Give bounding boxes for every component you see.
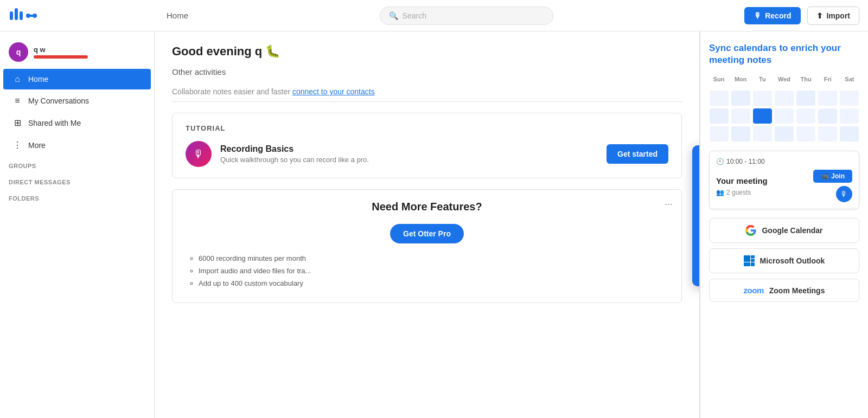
content-area-wrap: Good evening q 🐛 Other activities Collab… bbox=[155, 31, 868, 418]
get-started-button[interactable]: Get started bbox=[607, 144, 668, 164]
conversations-icon: ≡ bbox=[12, 96, 23, 106]
mic-tutorial-icon: 🎙 bbox=[193, 148, 204, 160]
cal-day-tue: Tu bbox=[752, 75, 772, 83]
clock-icon: 🕙 bbox=[716, 158, 724, 165]
collaborate-text: Collaborate notes easier and faster bbox=[172, 87, 290, 96]
cal-cell bbox=[753, 126, 772, 142]
cal-cell bbox=[818, 126, 837, 142]
features-card: ··· Need More Features? Get Otter Pro 60… bbox=[172, 189, 682, 303]
svg-rect-5 bbox=[27, 15, 37, 17]
main-layout: q q w ⌂ Home ≡ My Conversations ⊞ Shared… bbox=[0, 31, 868, 418]
cal-cell bbox=[818, 91, 837, 106]
sidebar-folders-label: FOLDERS bbox=[0, 189, 154, 205]
avatar: q bbox=[9, 42, 28, 62]
greeting: Good evening q 🐛 bbox=[172, 44, 682, 59]
shared-icon: ⊞ bbox=[12, 118, 23, 128]
search-input[interactable]: 🔍 Search bbox=[380, 7, 553, 25]
home-icon: ⌂ bbox=[12, 74, 23, 84]
activities-label: Other activities bbox=[172, 67, 682, 76]
cal-day-sat: Sat bbox=[840, 75, 859, 83]
features-list: 6000 recording minutes per month Import … bbox=[186, 254, 668, 287]
tutorial-label: TUTORIAL bbox=[186, 124, 668, 132]
tutorial-item: 🎙 Recording Basics Quick walkthrough so … bbox=[186, 141, 668, 167]
user-info: q w bbox=[34, 46, 88, 59]
cal-cell bbox=[840, 91, 859, 106]
tutorial-icon: 🎙 bbox=[186, 141, 212, 167]
meeting-name: Your meeting bbox=[716, 176, 768, 185]
cal-cell bbox=[710, 126, 729, 142]
tutorial-title: Recording Basics bbox=[220, 144, 598, 154]
import-label: Import bbox=[826, 11, 850, 20]
meeting-btns: 📹 Join 🎙 bbox=[813, 170, 852, 202]
sidebar-item-shared-with-me[interactable]: ⊞ Shared with Me bbox=[3, 112, 151, 133]
features-more-icon[interactable]: ··· bbox=[665, 198, 673, 210]
record-button[interactable]: 🎙 Record bbox=[744, 7, 801, 24]
feature-item: Import audio and video files for tra... bbox=[199, 267, 668, 275]
get-otter-pro-button[interactable]: Get Otter Pro bbox=[390, 224, 464, 243]
sidebar-item-more[interactable]: ⋮ More bbox=[3, 134, 151, 156]
upload-icon: ⬆ bbox=[816, 11, 823, 20]
cal-cell bbox=[796, 108, 815, 124]
cal-day-mon: Mon bbox=[731, 75, 750, 83]
topbar: Home 🔍 Search 🎙 Record ⬆ Import bbox=[0, 0, 868, 31]
sidebar-item-my-conversations[interactable]: ≡ My Conversations bbox=[3, 91, 151, 111]
sidebar-home-label: Home bbox=[28, 75, 48, 83]
cal-cell bbox=[796, 91, 815, 106]
home-breadcrumb: Home bbox=[167, 11, 188, 20]
meeting-guests: 👥 2 guests bbox=[716, 189, 768, 196]
user-name: q w bbox=[34, 46, 88, 54]
google-calendar-label: Google Calendar bbox=[762, 226, 822, 235]
cal-cell bbox=[731, 91, 750, 106]
mic-button[interactable]: 🎙 bbox=[836, 186, 852, 202]
collaborate-bar: Collaborate notes easier and faster conn… bbox=[172, 82, 682, 102]
cal-cell bbox=[731, 126, 750, 142]
search-icon: 🔍 bbox=[389, 11, 398, 20]
zoom-label: Zoom Meetings bbox=[769, 286, 825, 295]
meeting-card: 🕙 10:00 - 11:00 Your meeting 👥 2 guests … bbox=[709, 151, 859, 209]
cal-cell bbox=[731, 108, 750, 124]
google-icon bbox=[745, 225, 756, 236]
user-section: q q w bbox=[0, 38, 154, 68]
cal-cell bbox=[775, 91, 794, 106]
zoom-button[interactable]: zoom Zoom Meetings bbox=[709, 279, 859, 302]
svg-rect-6 bbox=[744, 255, 750, 262]
tutorial-desc: Quick walkthrough so you can record like… bbox=[220, 156, 598, 164]
sidebar-groups-label: GROUPS bbox=[0, 156, 154, 172]
feature-item: 6000 recording minutes per month bbox=[199, 254, 668, 262]
outlook-button[interactable]: Microsoft Outlook bbox=[709, 248, 859, 273]
join-button[interactable]: 📹 Join bbox=[813, 170, 852, 183]
meeting-info: Your meeting 👥 2 guests bbox=[716, 176, 768, 196]
sidebar-item-home[interactable]: ⌂ Home bbox=[3, 69, 151, 89]
meeting-actions: Your meeting 👥 2 guests 📹 Join 🎙 bbox=[716, 170, 852, 202]
cal-cell bbox=[775, 108, 794, 124]
record-label: Record bbox=[765, 11, 791, 20]
connect-contacts-link[interactable]: connect to your contacts bbox=[292, 87, 375, 96]
sidebar-more-label: More bbox=[28, 141, 46, 150]
sync-title: Sync calendars to enrich your meeting no… bbox=[709, 42, 859, 66]
cal-cell bbox=[818, 108, 837, 124]
svg-rect-10 bbox=[751, 262, 755, 266]
google-calendar-button[interactable]: Google Calendar bbox=[709, 218, 859, 243]
cal-day-thu: Thu bbox=[796, 75, 816, 83]
calendar-grid bbox=[709, 90, 859, 142]
greeting-text: Good evening q 🐛 bbox=[172, 44, 280, 59]
svg-rect-1 bbox=[15, 8, 18, 20]
search-bar: 🔍 Search bbox=[197, 7, 736, 25]
tutorial-card: TUTORIAL 🎙 Recording Basics Quick walkth… bbox=[172, 113, 682, 178]
cal-cell bbox=[753, 91, 772, 106]
svg-rect-7 bbox=[751, 255, 755, 259]
svg-rect-9 bbox=[744, 262, 750, 266]
user-email-bar bbox=[34, 55, 88, 59]
tooltip-popup: See all your events right in Otter One c… bbox=[692, 145, 699, 286]
sidebar-direct-messages-label: DIRECT MESSAGES bbox=[0, 172, 154, 189]
import-button[interactable]: ⬆ Import bbox=[807, 7, 859, 25]
topbar-actions: 🎙 Record ⬆ Import bbox=[744, 7, 859, 25]
zoom-icon: zoom bbox=[744, 286, 764, 295]
svg-rect-0 bbox=[10, 11, 13, 20]
video-icon: 📹 bbox=[821, 172, 829, 180]
svg-rect-8 bbox=[751, 259, 755, 262]
logo-icon bbox=[9, 6, 41, 25]
meeting-time-text: 10:00 - 11:00 bbox=[726, 158, 765, 165]
feature-item: Add up to 400 custom vocabulary bbox=[199, 279, 668, 287]
cal-cell bbox=[796, 126, 815, 142]
